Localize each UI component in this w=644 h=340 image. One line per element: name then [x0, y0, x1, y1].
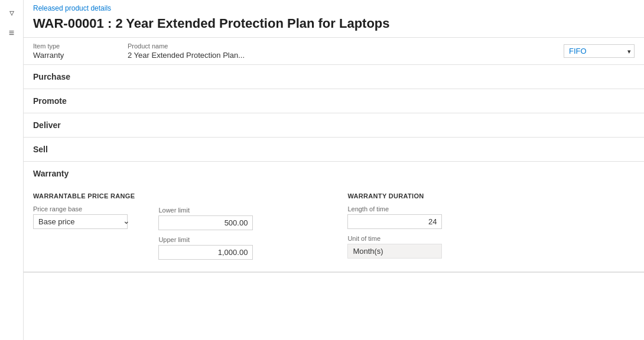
lower-limit-input[interactable] [158, 215, 253, 230]
item-type-label: Item type [33, 42, 104, 50]
filter-icon[interactable]: ▿ [9, 7, 14, 18]
lower-limit-label: Lower limit [158, 207, 253, 214]
item-type-value: Warranty [33, 51, 104, 60]
breadcrumb-link[interactable]: Released product details [33, 4, 111, 12]
lower-limit-field: Lower limit [158, 207, 253, 230]
page-title: WAR-00001 : 2 Year Extended Protection P… [24, 14, 644, 37]
warranty-duration-title: WARRANTY DURATION [347, 192, 442, 200]
top-bar-row: Item type Warranty Product name 2 Year E… [24, 37, 644, 65]
breadcrumb: Released product details [24, 0, 644, 14]
price-range-base-label: Price range base [33, 205, 135, 212]
upper-limit-field: Upper limit [158, 236, 253, 260]
cost-method-select-wrapper: FIFO LIFO Average cost Standard cost [564, 44, 635, 58]
menu-icon[interactable]: ≡ [9, 28, 14, 38]
warranty-body: WARRANTABLE PRICE RANGE Price range base… [24, 185, 644, 272]
unit-of-time-field: Unit of time Month(s) [347, 235, 442, 259]
length-of-time-input[interactable] [347, 214, 442, 229]
item-type-field: Item type Warranty [33, 42, 104, 60]
warranty-duration-block: WARRANTY DURATION Length of time Unit of… [347, 192, 442, 260]
product-name-label: Product name [128, 42, 246, 50]
length-of-time-label: Length of time [347, 205, 442, 212]
unit-of-time-label: Unit of time [347, 235, 442, 242]
warrantable-price-range-block: WARRANTABLE PRICE RANGE Price range base… [33, 192, 135, 260]
section-deliver[interactable]: Deliver [24, 113, 644, 138]
section-promote[interactable]: Promote [24, 89, 644, 113]
cost-method-select[interactable]: FIFO LIFO Average cost Standard cost [564, 44, 635, 58]
product-name-field: Product name 2 Year Extended Protection … [128, 42, 246, 60]
limits-block: Lower limit Upper limit [158, 207, 253, 260]
warrantable-price-range-title: WARRANTABLE PRICE RANGE [33, 192, 135, 200]
warranty-section: Warranty WARRANTABLE PRICE RANGE Price r… [24, 162, 644, 273]
product-name-value: 2 Year Extended Protection Plan... [128, 51, 246, 60]
section-sell[interactable]: Sell [24, 138, 644, 162]
price-range-base-select-wrapper: Base price Net price [33, 214, 135, 229]
upper-limit-label: Upper limit [158, 236, 253, 243]
warranty-section-title[interactable]: Warranty [24, 162, 644, 185]
cost-method-wrapper: FIFO LIFO Average cost Standard cost [564, 44, 635, 58]
length-of-time-field: Length of time [347, 205, 442, 229]
price-range-base-select[interactable]: Base price Net price [33, 214, 128, 229]
unit-of-time-value: Month(s) [347, 244, 442, 259]
upper-limit-input[interactable] [158, 245, 253, 260]
section-purchase[interactable]: Purchase [24, 65, 644, 89]
price-range-base-field: Price range base Base price Net price [33, 205, 135, 229]
